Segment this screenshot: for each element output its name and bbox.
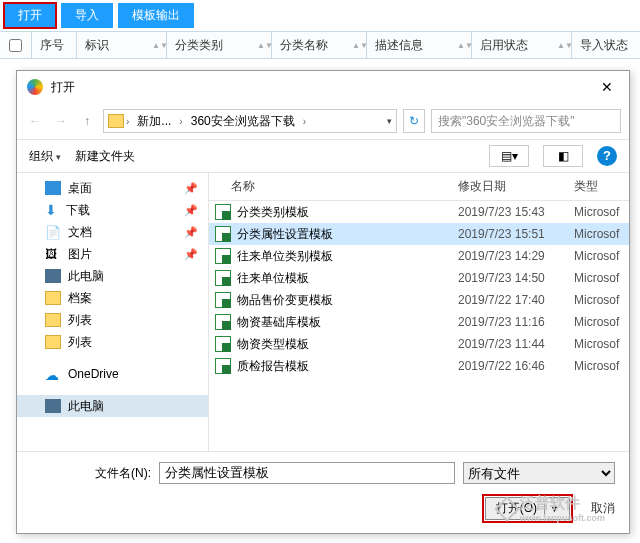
file-date: 2019/7/23 14:29 (458, 249, 574, 263)
close-icon[interactable]: ✕ (595, 79, 619, 95)
back-icon[interactable]: ← (25, 114, 45, 128)
file-row[interactable]: 分类属性设置模板2019/7/23 15:51Microsof (209, 223, 629, 245)
pin-icon: 📌 (184, 204, 198, 217)
nav-label: OneDrive (68, 367, 119, 381)
file-type: Microsof (574, 359, 629, 373)
file-row[interactable]: 往来单位类别模板2019/7/23 14:29Microsof (209, 245, 629, 267)
organize-label: 组织 (29, 149, 53, 163)
nav-label: 文档 (68, 224, 92, 241)
nav-label: 下载 (66, 202, 90, 219)
search-input[interactable]: 搜索"360安全浏览器下载" (431, 109, 621, 133)
address-bar: ← → ↑ › 新加... › 360安全浏览器下载 › ▾ ↻ 搜索"360安… (17, 103, 629, 140)
nav-label: 桌面 (68, 180, 92, 197)
preview-icon: ◧ (558, 149, 569, 163)
file-open-dialog: 打开 ✕ ← → ↑ › 新加... › 360安全浏览器下载 › ▾ ↻ 搜索… (16, 70, 630, 534)
sort-icon: ▲▼ (557, 43, 567, 48)
file-row[interactable]: 物资类型模板2019/7/23 11:44Microsof (209, 333, 629, 355)
nav-thispc-selected[interactable]: 此电脑 (17, 395, 208, 417)
file-date: 2019/7/22 16:46 (458, 359, 574, 373)
excel-file-icon (215, 358, 231, 374)
nav-pictures[interactable]: 图片📌 (17, 243, 208, 265)
chevron-down-icon[interactable]: ▼ (544, 504, 559, 514)
dialog-title: 打开 (51, 79, 595, 96)
col-cat-name-label: 分类名称 (280, 37, 328, 54)
col-seq[interactable]: 序号 (32, 32, 77, 58)
file-type: Microsof (574, 293, 629, 307)
open-button[interactable]: 打开(O) ▼ (485, 497, 570, 520)
folder-icon (45, 335, 61, 349)
folder-icon (108, 114, 124, 128)
chevron-down-icon[interactable]: ▾ (387, 116, 392, 126)
select-all-cell[interactable] (0, 32, 32, 58)
preview-pane-button[interactable]: ◧ (543, 145, 583, 167)
up-icon[interactable]: ↑ (77, 114, 97, 128)
file-row[interactable]: 物品售价变更模板2019/7/22 17:40Microsof (209, 289, 629, 311)
file-type: Microsof (574, 249, 629, 263)
col-type[interactable]: 类型 (574, 178, 629, 195)
nav-documents[interactable]: 文档📌 (17, 221, 208, 243)
nav-label: 列表 (68, 334, 92, 351)
folder-icon (45, 313, 61, 327)
file-name: 分类属性设置模板 (237, 226, 458, 243)
nav-onedrive[interactable]: OneDrive (17, 363, 208, 385)
nav-archive[interactable]: 档案 (17, 287, 208, 309)
file-type: Microsof (574, 271, 629, 285)
col-import-status[interactable]: 导入状态 (572, 32, 640, 58)
col-name[interactable]: 名称 (231, 178, 458, 195)
desktop-icon (45, 181, 61, 195)
view-mode-button[interactable]: ▤▾ (489, 145, 529, 167)
nav-thispc[interactable]: 此电脑 (17, 265, 208, 287)
forward-icon[interactable]: → (51, 114, 71, 128)
app-logo-icon (27, 79, 43, 95)
nav-desktop[interactable]: 桌面📌 (17, 177, 208, 199)
template-output-button[interactable]: 模板输出 (118, 3, 194, 28)
col-seq-label: 序号 (40, 37, 64, 54)
file-row[interactable]: 质检报告模板2019/7/22 16:46Microsof (209, 355, 629, 377)
help-icon[interactable]: ? (597, 146, 617, 166)
dialog-footer: 文件名(N): 所有文件 打开(O) ▼ 取消 泛普软件www.fanpusof… (17, 451, 629, 533)
pc-icon (45, 399, 61, 413)
col-desc-label: 描述信息 (375, 37, 423, 54)
file-type: Microsof (574, 337, 629, 351)
refresh-icon[interactable]: ↻ (403, 109, 425, 133)
file-date: 2019/7/23 15:43 (458, 205, 574, 219)
file-filter-select[interactable]: 所有文件 (463, 462, 615, 484)
nav-label: 列表 (68, 312, 92, 329)
col-desc[interactable]: 描述信息▲▼ (367, 32, 472, 58)
filename-input[interactable] (159, 462, 455, 484)
col-date[interactable]: 修改日期 (458, 178, 574, 195)
open-button-label: 打开(O) (496, 500, 537, 517)
sort-icon: ▲▼ (457, 43, 467, 48)
nav-list[interactable]: 列表 (17, 331, 208, 353)
top-toolbar: 打开 导入 模板输出 (0, 0, 640, 31)
file-name: 分类类别模板 (237, 204, 458, 221)
excel-file-icon (215, 270, 231, 286)
col-cat-name[interactable]: 分类名称▲▼ (272, 32, 367, 58)
nav-label: 此电脑 (68, 268, 104, 285)
file-row[interactable]: 往来单位模板2019/7/23 14:50Microsof (209, 267, 629, 289)
import-button[interactable]: 导入 (61, 3, 113, 28)
filename-label: 文件名(N): (31, 465, 151, 482)
breadcrumb-seg[interactable]: 360安全浏览器下载 (185, 113, 301, 130)
organize-menu[interactable]: 组织 ▾ (29, 148, 61, 165)
file-row[interactable]: 物资基础库模板2019/7/23 11:16Microsof (209, 311, 629, 333)
file-list-header: 名称 修改日期 类型 (209, 173, 629, 201)
excel-file-icon (215, 204, 231, 220)
new-folder-button[interactable]: 新建文件夹 (75, 148, 135, 165)
file-date: 2019/7/23 11:44 (458, 337, 574, 351)
cancel-button[interactable]: 取消 (591, 500, 615, 517)
col-enable[interactable]: 启用状态▲▼ (472, 32, 572, 58)
file-name: 物资基础库模板 (237, 314, 458, 331)
breadcrumb-seg[interactable]: 新加... (131, 113, 177, 130)
nav-list[interactable]: 列表 (17, 309, 208, 331)
col-cat-type[interactable]: 分类类别▲▼ (167, 32, 272, 58)
file-date: 2019/7/23 15:51 (458, 227, 574, 241)
breadcrumb[interactable]: › 新加... › 360安全浏览器下载 › ▾ (103, 109, 397, 133)
col-flag[interactable]: 标识▲▼ (77, 32, 167, 58)
open-button[interactable]: 打开 (4, 3, 56, 28)
select-all-checkbox[interactable] (9, 39, 22, 52)
file-type: Microsof (574, 315, 629, 329)
chevron-right-icon: › (126, 116, 129, 127)
nav-downloads[interactable]: 下载📌 (17, 199, 208, 221)
file-row[interactable]: 分类类别模板2019/7/23 15:43Microsof (209, 201, 629, 223)
